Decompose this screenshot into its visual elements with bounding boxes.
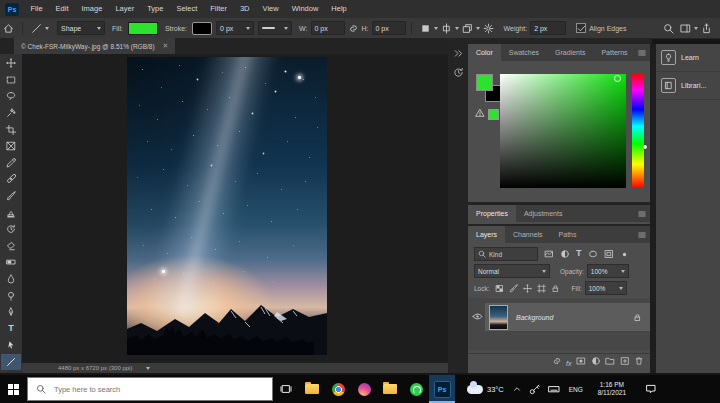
delete-layer-icon[interactable] — [634, 356, 644, 366]
pixel-layers-icon[interactable] — [544, 249, 554, 259]
link-layers-icon[interactable] — [552, 356, 562, 366]
new-adjustment-icon[interactable] — [591, 356, 601, 366]
healing-brush-tool[interactable] — [1, 171, 21, 188]
search-icon[interactable] — [663, 23, 674, 34]
taskbar-clock[interactable]: 1:16 PM 8/11/2021 — [592, 381, 632, 397]
touch-keyboard-icon[interactable] — [544, 375, 564, 403]
tray-key-icon[interactable] — [526, 375, 544, 403]
taskbar-chrome-icon[interactable] — [325, 375, 351, 403]
tab-properties[interactable]: Properties — [468, 205, 516, 222]
tab-paths[interactable]: Paths — [551, 226, 585, 243]
menu-image[interactable]: Image — [75, 0, 109, 18]
blend-mode-select[interactable]: Normal — [474, 264, 550, 278]
quick-selection-tool[interactable] — [1, 105, 21, 122]
share-icon[interactable] — [701, 23, 712, 34]
action-center-icon[interactable] — [640, 375, 662, 403]
lock-position-icon[interactable] — [523, 284, 532, 293]
eyedropper-tool[interactable] — [1, 155, 21, 172]
align-edges-checkbox[interactable] — [576, 23, 586, 33]
taskbar-search[interactable] — [27, 377, 273, 401]
filter-toggle-icon[interactable] — [620, 250, 629, 259]
rectangular-marquee-tool[interactable] — [1, 72, 21, 89]
taskbar-photoshop-icon[interactable]: Ps — [429, 375, 455, 403]
fill-color-swatch[interactable] — [128, 22, 158, 35]
tab-swatches[interactable]: Swatches — [501, 44, 547, 61]
layer-thumbnail[interactable] — [490, 306, 507, 329]
path-arrangement-icon[interactable] — [462, 23, 473, 34]
history-panel-icon[interactable] — [453, 67, 464, 78]
stroke-type-select[interactable] — [258, 21, 292, 35]
tool-mode-select[interactable]: Shape — [57, 21, 105, 35]
workspace-caret[interactable] — [694, 27, 698, 30]
crop-tool[interactable] — [1, 121, 21, 138]
menu-3d[interactable]: 3D — [233, 0, 256, 18]
saturation-brightness-field[interactable] — [500, 74, 626, 188]
menu-window[interactable]: Window — [285, 0, 325, 18]
tab-layers[interactable]: Layers — [468, 226, 505, 243]
home-icon[interactable] — [3, 23, 14, 34]
type-layers-icon[interactable]: T — [576, 249, 582, 259]
tab-color[interactable]: Color — [468, 44, 501, 61]
blur-tool[interactable] — [1, 271, 21, 288]
color-selection-marker[interactable] — [614, 75, 621, 82]
menu-file[interactable]: File — [24, 0, 49, 18]
lasso-tool[interactable] — [1, 88, 21, 105]
fill-field[interactable]: 100% — [585, 281, 627, 295]
gradient-tool[interactable] — [1, 254, 21, 271]
taskbar-whatsapp-icon[interactable] — [403, 375, 429, 403]
hue-slider-marker[interactable] — [643, 145, 647, 149]
opacity-field[interactable]: 100% — [587, 264, 629, 278]
path-selection-tool[interactable] — [1, 337, 21, 354]
layer-filter-kind-select[interactable]: Kind — [474, 247, 538, 261]
active-tool-icon[interactable] — [31, 23, 42, 34]
search-input[interactable] — [52, 384, 236, 395]
weight-field[interactable]: 2 px — [530, 21, 566, 35]
workspace-switcher-icon[interactable] — [680, 23, 691, 34]
taskbar-task-view-icon[interactable] — [273, 375, 299, 403]
gamut-color-swatch[interactable] — [488, 109, 499, 120]
path-alignment-icon[interactable] — [441, 23, 452, 34]
shape-options-gear-icon[interactable] — [483, 23, 494, 34]
rail-item-learn[interactable]: Learn — [656, 44, 720, 72]
tab-gradients[interactable]: Gradients — [547, 44, 593, 61]
lock-paint-icon[interactable] — [509, 284, 518, 293]
line-tool[interactable] — [1, 354, 21, 371]
taskbar-instagram-icon[interactable] — [351, 375, 377, 403]
move-tool[interactable] — [1, 55, 21, 72]
language-indicator[interactable]: ENG — [569, 386, 583, 393]
status-options-caret[interactable] — [146, 367, 150, 370]
type-tool[interactable]: T — [1, 321, 21, 338]
start-button[interactable] — [0, 375, 26, 403]
stroke-size-select[interactable]: 0 px — [216, 21, 254, 35]
add-mask-icon[interactable] — [576, 356, 586, 366]
menu-type[interactable]: Type — [141, 0, 170, 18]
tool-preset-caret[interactable] — [45, 27, 49, 30]
hue-slider[interactable] — [632, 74, 644, 188]
taskbar-file-explorer-icon[interactable] — [299, 375, 325, 403]
expand-panels-icon[interactable] — [453, 48, 464, 59]
history-brush-tool[interactable] — [1, 221, 21, 238]
menu-layer[interactable]: Layer — [109, 0, 141, 18]
menu-edit[interactable]: Edit — [49, 0, 75, 18]
foreground-color-swatch[interactable] — [476, 74, 493, 91]
shape-layers-icon[interactable] — [588, 249, 598, 259]
clone-stamp-tool[interactable] — [1, 204, 21, 221]
layer-lock-icon[interactable] — [633, 313, 642, 322]
layer-effects-icon[interactable]: fx — [566, 352, 571, 370]
close-tab-icon[interactable]: ✕ — [163, 42, 169, 50]
new-layer-icon[interactable] — [620, 356, 630, 366]
path-operations-icon[interactable] — [420, 23, 431, 34]
shape-width-field[interactable]: 0 px — [311, 21, 345, 35]
adjustment-layers-icon[interactable] — [560, 249, 570, 259]
new-group-icon[interactable] — [605, 356, 615, 366]
weather-widget[interactable]: 33°C — [467, 385, 504, 394]
tab-adjustments[interactable]: Adjustments — [516, 205, 571, 222]
rail-item-libraries[interactable]: Librari... — [656, 72, 720, 100]
smart-objects-icon[interactable] — [604, 249, 614, 259]
menu-help[interactable]: Help — [325, 0, 353, 18]
layer-visibility-eye-icon[interactable] — [472, 311, 483, 322]
menu-view[interactable]: View — [256, 0, 285, 18]
menu-filter[interactable]: Filter — [204, 0, 234, 18]
lock-all-icon[interactable] — [551, 284, 560, 293]
stroke-color-swatch[interactable] — [192, 22, 212, 35]
